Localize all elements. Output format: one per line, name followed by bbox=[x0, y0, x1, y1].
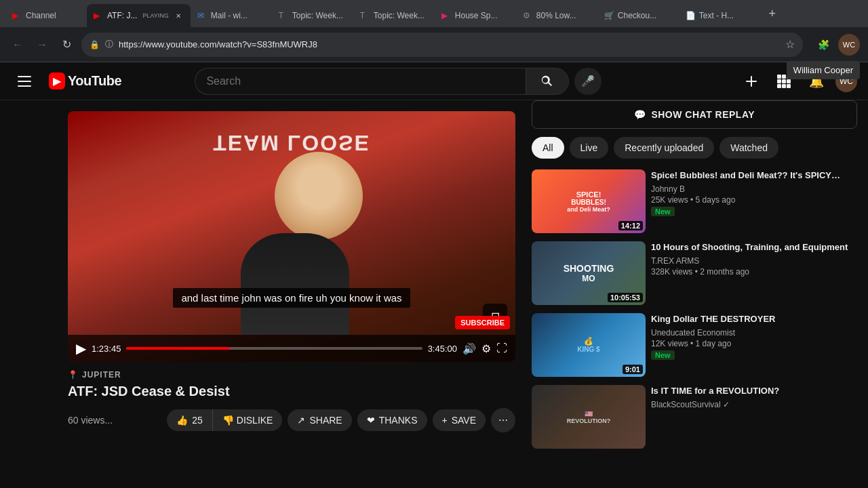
tab-atf[interactable]: ▶ ATF: J... PLAYING ✕ bbox=[87, 4, 191, 27]
card-thumbnail-king: 💰 KING $ 9:01 bbox=[532, 313, 646, 377]
like-button[interactable]: 👍 25 bbox=[167, 409, 213, 431]
tab-channel-favicon: ▶ bbox=[12, 11, 22, 20]
tab-bar: ▶ Channel ▶ ATF: J... PLAYING ✕ ✉ Mail -… bbox=[0, 0, 868, 27]
location-text: JUPITER bbox=[82, 370, 121, 380]
show-chat-replay-button[interactable]: 💬 SHOW CHAT REPLAY bbox=[532, 100, 857, 129]
play-pause-button[interactable]: ▶ bbox=[76, 340, 86, 357]
progress-fill bbox=[126, 347, 230, 350]
youtube-logo-text: YouTube bbox=[68, 73, 121, 89]
subscribe-overlay-button[interactable]: SUBSCRIBE bbox=[455, 316, 510, 329]
tab-mail[interactable]: ✉ Mail - wi... bbox=[191, 4, 272, 27]
tab-close-atf[interactable]: ✕ bbox=[173, 10, 184, 21]
recommendation-revolution[interactable]: 🇺🇸 REVOLUTION? Is IT TIME for a REVOLUTI… bbox=[532, 385, 857, 449]
tab-text-label: Text - H... bbox=[699, 11, 734, 20]
chat-icon: 💬 bbox=[634, 109, 646, 120]
security-icon: 🔒 bbox=[90, 40, 100, 49]
tab-house[interactable]: ▶ House Sp... bbox=[435, 4, 516, 27]
like-count: 25 bbox=[192, 415, 203, 426]
search-box[interactable] bbox=[195, 68, 526, 95]
tab-checkout[interactable]: 🛒 Checkou... bbox=[597, 4, 679, 27]
svg-rect-5 bbox=[777, 75, 781, 79]
save-button[interactable]: + SAVE bbox=[433, 409, 486, 431]
video-frame: TEAM LOOSE and last time john was on fir… bbox=[68, 111, 515, 362]
svg-rect-10 bbox=[787, 79, 791, 83]
yt-header: ▶ YouTube 🎤 bbox=[0, 62, 868, 100]
bookmark-button[interactable]: ☆ bbox=[785, 38, 795, 51]
card-title-spice: Spice! Bubbles! and Deli Meat?? It's SPI… bbox=[651, 169, 857, 182]
filter-recently-uploaded[interactable]: Recently uploaded bbox=[614, 137, 714, 159]
volume-button[interactable]: 🔊 bbox=[462, 342, 476, 355]
reload-button[interactable]: ↻ bbox=[57, 35, 76, 54]
video-player[interactable]: TEAM LOOSE and last time john was on fir… bbox=[68, 111, 515, 362]
card-info-revolution: Is IT TIME for a REVOLUTION? BlackScoutS… bbox=[651, 385, 857, 449]
card-channel-king: Uneducated Economist bbox=[651, 328, 857, 338]
show-chat-label: SHOW CHAT REPLAY bbox=[651, 109, 755, 120]
forward-button[interactable]: → bbox=[33, 35, 52, 54]
recommendation-spice[interactable]: SPICE! BUBBLES! and Deli Meat? 14:12 Spi… bbox=[532, 169, 857, 233]
dislike-button[interactable]: 👎 DISLIKE bbox=[213, 409, 283, 431]
tab-atf-label: ATF: J... bbox=[107, 11, 137, 20]
card-info-king: King Dollar THE DESTROYER Uneducated Eco… bbox=[651, 313, 857, 377]
new-tab-button[interactable]: + bbox=[763, 4, 782, 23]
progress-bar[interactable] bbox=[126, 347, 422, 350]
card-channel-revolution: BlackScoutSurvival ✓ bbox=[651, 400, 857, 409]
video-subtitle-container: and last time john was on fire uh you kn… bbox=[68, 288, 515, 308]
filter-all[interactable]: All bbox=[532, 137, 564, 159]
settings-button[interactable]: ⚙ bbox=[481, 342, 491, 355]
browser-window: ▶ Channel ▶ ATF: J... PLAYING ✕ ✉ Mail -… bbox=[0, 0, 868, 488]
share-button[interactable]: ↗ SHARE bbox=[288, 409, 351, 431]
tab-topic1-favicon: T bbox=[279, 11, 288, 20]
location-icon: 📍 bbox=[68, 370, 78, 380]
ext-icon-1[interactable]: 🧩 bbox=[814, 35, 833, 54]
card-badge-spice: New bbox=[651, 207, 675, 216]
card-duration-shooting: 10:05:53 bbox=[608, 293, 643, 302]
tab-topic2-label: Topic: Week... bbox=[374, 11, 425, 20]
recommendation-shooting[interactable]: SHOOTING MO 10:05:53 10 Hours of Shootin… bbox=[532, 241, 857, 305]
youtube-page: ▶ YouTube 🎤 bbox=[0, 62, 868, 488]
tab-topic2[interactable]: T Topic: Week... bbox=[353, 4, 435, 27]
svg-rect-1 bbox=[18, 81, 31, 82]
tab-80-label: 80% Low... bbox=[536, 11, 576, 20]
video-column: TEAM LOOSE and last time john was on fir… bbox=[0, 100, 521, 488]
extension-icons: 🧩 bbox=[814, 35, 833, 54]
svg-rect-6 bbox=[782, 75, 786, 79]
avatar-container: WC William Cooper bbox=[838, 34, 860, 56]
card-meta-spice: 25K views • 5 days ago bbox=[651, 195, 857, 205]
more-options-button[interactable]: ⋯ bbox=[491, 408, 515, 432]
filter-live[interactable]: Live bbox=[570, 137, 609, 159]
user-avatar-header[interactable]: WC bbox=[838, 34, 860, 56]
thanks-button[interactable]: ❤ THANKS bbox=[357, 409, 427, 431]
url-bar[interactable]: 🔒 ⓘ https://www.youtube.com/watch?v=S83f… bbox=[81, 33, 803, 57]
tab-topic1[interactable]: T Topic: Week... bbox=[272, 4, 353, 27]
search-container: 🎤 bbox=[195, 68, 601, 95]
tab-channel[interactable]: ▶ Channel bbox=[5, 4, 87, 27]
menu-button[interactable] bbox=[11, 68, 38, 95]
tab-text[interactable]: 📄 Text - H... bbox=[679, 4, 760, 27]
recommendation-king[interactable]: 💰 KING $ 9:01 King Dollar THE DESTROYER … bbox=[532, 313, 857, 377]
youtube-logo[interactable]: ▶ YouTube bbox=[49, 73, 121, 89]
url-text: https://www.youtube.com/watch?v=S83fnMUW… bbox=[119, 39, 780, 49]
tab-house-label: House Sp... bbox=[455, 11, 498, 20]
verified-icon: ✓ bbox=[723, 400, 730, 409]
card-duration-spice: 14:12 bbox=[618, 221, 643, 230]
card-title-shooting: 10 Hours of Shooting, Training, and Equi… bbox=[651, 241, 857, 253]
filter-watched[interactable]: Watched bbox=[719, 137, 778, 159]
fullscreen-button[interactable]: ⛶ bbox=[496, 342, 507, 354]
like-dislike-group: 👍 25 👎 DISLIKE bbox=[167, 409, 282, 431]
search-input[interactable] bbox=[206, 75, 515, 87]
main-content: TEAM LOOSE and last time john was on fir… bbox=[0, 100, 868, 488]
dislike-icon: 👎 bbox=[222, 415, 234, 426]
tab-80[interactable]: ⚙ 80% Low... bbox=[516, 4, 597, 27]
search-button[interactable] bbox=[526, 68, 569, 95]
voice-search-button[interactable]: 🎤 bbox=[574, 68, 601, 95]
tab-checkout-label: Checkou... bbox=[618, 11, 656, 20]
back-button[interactable]: ← bbox=[8, 35, 27, 54]
card-title-revolution: Is IT TIME for a REVOLUTION? bbox=[651, 385, 857, 397]
tab-channel-label: Channel bbox=[26, 11, 56, 20]
card-thumbnail-shooting: SHOOTING MO 10:05:53 bbox=[532, 241, 646, 305]
create-button[interactable] bbox=[738, 68, 765, 95]
view-count: 60 views... bbox=[68, 415, 161, 426]
video-controls: ▶ 1:23:45 3:45:00 🔊 ⚙ ⛶ bbox=[68, 335, 515, 362]
svg-rect-0 bbox=[18, 76, 31, 77]
address-bar: ← → ↻ 🔒 ⓘ https://www.youtube.com/watch?… bbox=[0, 27, 868, 62]
